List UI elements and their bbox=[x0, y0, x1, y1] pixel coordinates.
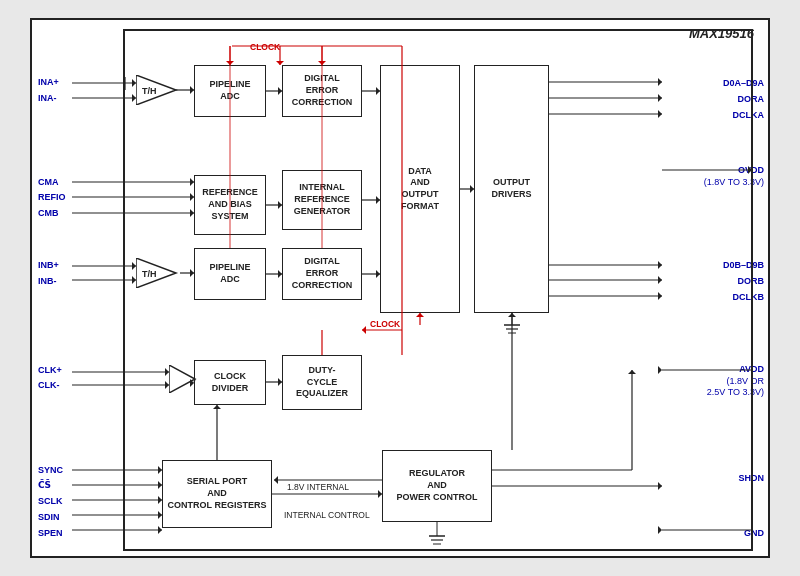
svg-marker-49 bbox=[658, 261, 662, 269]
sig-ina-neg: INA- bbox=[38, 93, 57, 103]
svg-marker-96 bbox=[508, 313, 516, 317]
sig-gnd: GND bbox=[744, 528, 764, 538]
svg-marker-43 bbox=[658, 94, 662, 102]
sig-refio: REFIO bbox=[38, 192, 66, 202]
svg-marker-53 bbox=[658, 292, 662, 300]
sig-dclkb: DCLKB bbox=[733, 292, 765, 302]
svg-marker-88 bbox=[213, 405, 221, 409]
data-output-format: DATA AND OUTPUT FORMAT bbox=[380, 65, 460, 313]
sig-ovdd-range: (1.8V TO 3.3V) bbox=[704, 177, 764, 187]
internal-ref: INTERNAL REFERENCE GENERATOR bbox=[282, 170, 362, 230]
svg-text:T/H: T/H bbox=[142, 269, 157, 279]
svg-marker-63 bbox=[362, 326, 366, 334]
sig-sclk: SCLK bbox=[38, 496, 63, 506]
pipeline-adc-b: PIPELINE ADC bbox=[194, 248, 266, 300]
clock-divider: CLOCK DIVIDER bbox=[194, 360, 266, 405]
th-a-box: T/H bbox=[136, 75, 180, 105]
svg-text:T/H: T/H bbox=[142, 86, 157, 96]
sig-clkp: CLK+ bbox=[38, 365, 62, 375]
duty-cycle: DUTY- CYCLE EQUALIZER bbox=[282, 355, 362, 410]
sig-spen: SPEN bbox=[38, 528, 63, 538]
clock-label-bottom: CLOCK bbox=[370, 319, 400, 329]
digital-error-b: DIGITAL ERROR CORRECTION bbox=[282, 248, 362, 300]
sig-dclka: DCLKA bbox=[733, 110, 765, 120]
sig-d0b-d9b: D0B–D9B bbox=[723, 260, 764, 270]
svg-marker-107 bbox=[658, 526, 662, 534]
pipeline-adc-a: PIPELINE ADC bbox=[194, 65, 266, 117]
sig-inb-neg: INB- bbox=[38, 276, 57, 286]
sig-d0a-d9a: D0A–D9A bbox=[723, 78, 764, 88]
svg-marker-94 bbox=[658, 366, 662, 374]
serial-port: SERIAL PORT AND CONTROL REGISTERS bbox=[162, 460, 272, 528]
svg-marker-92 bbox=[658, 482, 662, 490]
sig-avdd: AVDD bbox=[739, 364, 764, 374]
output-drivers: OUTPUT DRIVERS bbox=[474, 65, 549, 313]
reference-bias: REFERENCE AND BIAS SYSTEM bbox=[194, 175, 266, 235]
sig-sync: SYNC bbox=[38, 465, 63, 475]
svg-marker-90 bbox=[274, 476, 278, 484]
svg-marker-110 bbox=[628, 370, 636, 374]
sig-avdd-range2: 2.5V TO 3.3V) bbox=[707, 387, 764, 397]
sig-ovdd: OVDD bbox=[738, 165, 764, 175]
label-1v8-internal: 1.8V INTERNAL bbox=[287, 482, 349, 492]
svg-marker-51 bbox=[658, 276, 662, 284]
diagram-container: MAX19516 T/H PIPELINE ADC DIGITAL ERROR … bbox=[30, 18, 770, 558]
sig-cmb: CMB bbox=[38, 208, 59, 218]
sig-dorb: DORB bbox=[738, 276, 765, 286]
clock-label-top: CLOCK bbox=[250, 42, 280, 52]
svg-marker-45 bbox=[658, 110, 662, 118]
regulator-power: REGULATOR AND POWER CONTROL bbox=[382, 450, 492, 522]
chip-label: MAX19516 bbox=[689, 26, 754, 41]
sig-sdin: SDIN bbox=[38, 512, 60, 522]
sig-inb-pos: INB+ bbox=[38, 260, 59, 270]
sig-shdn: SHDN bbox=[738, 473, 764, 483]
th-b-box: T/H bbox=[136, 258, 180, 288]
svg-marker-4 bbox=[169, 365, 195, 393]
svg-marker-41 bbox=[658, 78, 662, 86]
sig-ina-pos: INA+ bbox=[38, 77, 59, 87]
digital-error-a: DIGITAL ERROR CORRECTION bbox=[282, 65, 362, 117]
sig-dora: DORA bbox=[738, 94, 765, 104]
clk-buffer bbox=[169, 365, 199, 397]
sig-cs: C̄S̄ bbox=[38, 480, 51, 490]
sig-cma: CMA bbox=[38, 177, 59, 187]
svg-marker-65 bbox=[416, 313, 424, 317]
sig-clkm: CLK- bbox=[38, 380, 60, 390]
label-internal-control: INTERNAL CONTROL bbox=[284, 510, 370, 520]
sig-avdd-range: (1.8V OR bbox=[726, 376, 764, 386]
